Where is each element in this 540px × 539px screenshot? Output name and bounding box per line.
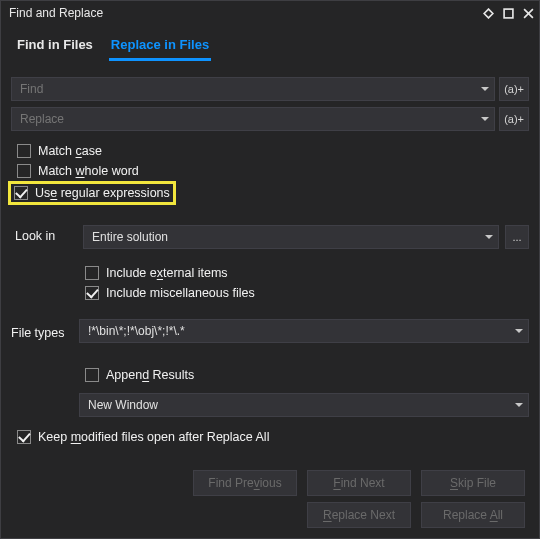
match-whole-word-checkbox[interactable] bbox=[17, 164, 31, 178]
keep-open-label: Keep modified files open after Replace A… bbox=[38, 430, 269, 444]
look-in-select[interactable]: Entire solution bbox=[83, 225, 499, 249]
button-row-2: Replace Next Replace All bbox=[11, 502, 529, 528]
match-case-checkbox[interactable] bbox=[17, 144, 31, 158]
titlebar: Find and Replace bbox=[1, 1, 539, 25]
look-in-value: Entire solution bbox=[92, 230, 168, 244]
results-target-value: New Window bbox=[88, 398, 158, 412]
match-whole-word-row[interactable]: Match whole word bbox=[11, 161, 529, 181]
chevron-down-icon bbox=[510, 394, 528, 416]
file-types-input[interactable]: !*\bin\*;!*\obj\*;!*\.* bbox=[79, 319, 529, 343]
skip-file-button[interactable]: Skip File bbox=[421, 470, 525, 496]
svg-rect-0 bbox=[504, 9, 513, 18]
keep-open-checkbox[interactable] bbox=[17, 430, 31, 444]
button-row-1: Find Previous Find Next Skip File bbox=[11, 470, 529, 496]
replace-input[interactable] bbox=[20, 112, 476, 126]
window-title: Find and Replace bbox=[9, 6, 479, 20]
regex-helper-find-button[interactable]: (a)+ bbox=[499, 77, 529, 101]
look-in-label: Look in bbox=[15, 225, 77, 243]
tab-replace-in-files[interactable]: Replace in Files bbox=[109, 33, 211, 61]
content-area: (a)+ (a)+ Match case Match whole word Us… bbox=[1, 61, 539, 538]
match-whole-word-label: Match whole word bbox=[38, 164, 139, 178]
find-next-button[interactable]: Find Next bbox=[307, 470, 411, 496]
include-misc-checkbox[interactable] bbox=[85, 286, 99, 300]
browse-button[interactable]: ... bbox=[505, 225, 529, 249]
regex-helper-replace-button[interactable]: (a)+ bbox=[499, 107, 529, 131]
replace-all-button[interactable]: Replace All bbox=[421, 502, 525, 528]
keep-open-row[interactable]: Keep modified files open after Replace A… bbox=[11, 427, 529, 447]
find-input[interactable] bbox=[20, 82, 476, 96]
append-results-checkbox[interactable] bbox=[85, 368, 99, 382]
maximize-icon[interactable] bbox=[499, 4, 517, 22]
include-misc-label: Include miscellaneous files bbox=[106, 286, 255, 300]
use-regex-label: Use regular expressions bbox=[35, 186, 170, 200]
window-controls bbox=[479, 4, 537, 22]
tab-find-in-files[interactable]: Find in Files bbox=[15, 33, 95, 61]
include-external-row[interactable]: Include external items bbox=[79, 263, 529, 283]
find-input-wrapper[interactable] bbox=[11, 77, 495, 101]
include-external-checkbox[interactable] bbox=[85, 266, 99, 280]
match-case-label: Match case bbox=[38, 144, 102, 158]
find-replace-window: Find and Replace Find in Files Replace i… bbox=[0, 0, 540, 539]
close-icon[interactable] bbox=[519, 4, 537, 22]
file-types-label: File types bbox=[11, 322, 73, 340]
append-results-row[interactable]: Append Results bbox=[79, 365, 529, 385]
append-results-label: Append Results bbox=[106, 368, 194, 382]
include-external-label: Include external items bbox=[106, 266, 228, 280]
file-types-value: !*\bin\*;!*\obj\*;!*\.* bbox=[88, 324, 185, 338]
chevron-down-icon bbox=[480, 226, 498, 248]
window-position-icon[interactable] bbox=[479, 4, 497, 22]
replace-next-button[interactable]: Replace Next bbox=[307, 502, 411, 528]
include-misc-row[interactable]: Include miscellaneous files bbox=[79, 283, 529, 303]
use-regex-row[interactable]: Use regular expressions bbox=[8, 181, 176, 205]
use-regex-checkbox[interactable] bbox=[14, 186, 28, 200]
replace-input-wrapper[interactable] bbox=[11, 107, 495, 131]
match-case-row[interactable]: Match case bbox=[11, 141, 529, 161]
find-history-dropdown[interactable] bbox=[476, 78, 494, 100]
chevron-down-icon bbox=[510, 320, 528, 342]
find-previous-button[interactable]: Find Previous bbox=[193, 470, 297, 496]
replace-history-dropdown[interactable] bbox=[476, 108, 494, 130]
tab-bar: Find in Files Replace in Files bbox=[1, 25, 539, 61]
results-target-select[interactable]: New Window bbox=[79, 393, 529, 417]
